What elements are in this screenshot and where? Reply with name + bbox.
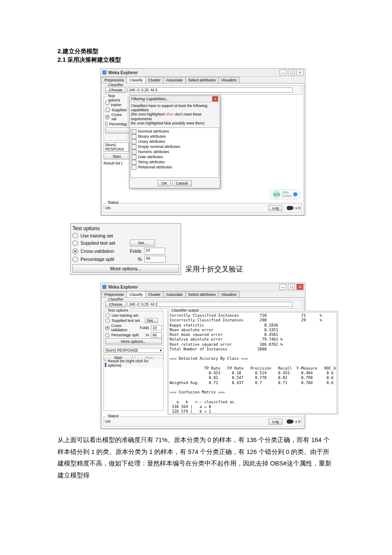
dialog-cancel[interactable]: Cancel [172,180,192,186]
max-button[interactable]: ☐ [288,69,295,75]
pct-input-2[interactable]: 66 [151,332,162,338]
chk-date[interactable] [132,155,136,159]
screenshot-test-options: Test options Use training set Supplied t… [70,223,181,275]
chk-numeric[interactable] [132,150,136,154]
tab-preprocess[interactable]: Preprocess [101,77,127,83]
dialog-list[interactable]: Nominal attributes Binary attributes Una… [130,127,219,178]
dialog-ok[interactable]: OK [158,180,171,186]
close-button-2[interactable]: ✕ [297,284,303,290]
log-button-2[interactable]: Log [268,419,282,425]
tab-bar: Preprocess Classify Cluster Associate Se… [101,77,305,83]
choose-button-2[interactable]: Choose [105,301,126,307]
chk-unary[interactable] [132,139,136,144]
tab-visualize[interactable]: Visualize [218,77,239,83]
tab-cluster[interactable]: Cluster [145,77,164,83]
tab-cluster-2[interactable]: Cluster [145,291,164,298]
set-button-2[interactable]: Set... [145,318,158,323]
classifier-group: Classifier Choose J48 -C 0.25 -M 2 [104,85,302,95]
chk-empty[interactable] [132,145,136,149]
heading-2-1: 2.1 采用决策树建立模型 [58,56,334,64]
tab-preprocess-2[interactable]: Preprocess [101,291,127,298]
class-combo-2[interactable]: (Nom) RESPONSE▾ [104,348,164,353]
status-group-2: Status OK Log x 0 [104,416,302,427]
screenshot-weka-2: Weka Explorer — ☐ ✕ Preprocess Classify … [100,283,306,429]
tab-visualize-2[interactable]: Visualize [218,291,239,298]
classifier-output[interactable]: Correctly Classified Instances 710 71 % … [168,312,337,413]
close-button[interactable]: ✕ [297,69,303,75]
heading-2: 2.建立分类模型 [58,48,334,55]
result-list-2: Result list (right-click for options) 20… [104,361,164,411]
log-button[interactable]: Log [268,205,282,211]
window-titlebar: Weka Explorer — ☐ ✕ [101,69,305,77]
more-options-2[interactable]: More options... [105,338,162,344]
test-options-group-2: Test options Use training set Supplied t… [104,311,164,346]
weka-bird-icon [287,206,294,210]
radio-supplied[interactable] [105,107,110,112]
chk-relational[interactable] [132,165,136,170]
result-list-label: Result list ( [104,161,128,165]
radio-pct-3[interactable] [105,333,110,338]
choose-button[interactable]: Choose [105,87,126,93]
chk-nominal[interactable] [132,129,136,134]
folds-input[interactable]: 10 [144,248,165,254]
pct-input[interactable]: 66 [144,256,166,263]
more-button[interactable] [105,127,131,133]
filtering-dialog: Filtering Capabilities... ✕ Classifiers … [129,95,220,188]
min-button-2[interactable]: — [280,284,286,290]
window-title-2: Weka Explorer [108,285,278,289]
widget-dot-icon [293,192,297,197]
classifier-string[interactable]: J48 -C 0.25 -M 2 [127,87,293,92]
radio-sup-3[interactable] [105,318,110,323]
classifier-string-2[interactable]: J48 -C 0.25 -M 2 [127,302,293,307]
radio-pct-2[interactable] [72,257,78,262]
status-widget: 38% 36% 0.04/s [270,189,300,199]
screenshot-weka-1: Weka Explorer — ☐ ✕ Preprocess Classify … [100,68,306,216]
status-group: Status OK Log x 0 [104,203,302,213]
window-title: Weka Explorer [108,70,278,75]
weka-icon [102,70,107,75]
dialog-title: Filtering Capabilities... [131,97,210,101]
weka-icon-2 [102,285,107,289]
min-button[interactable]: — [280,69,286,75]
set-button[interactable]: Set... [130,240,155,246]
dialog-close[interactable]: ✕ [212,96,218,101]
tab-select-attr-2[interactable]: Select attributes [185,291,219,298]
start-button[interactable]: Start [104,153,130,159]
radio-cross[interactable] [105,115,110,119]
cv-note: 采用十折交叉验证 [185,264,243,274]
classifier-output-group: Classifier output Correctly Classified I… [167,311,338,415]
max-button-2[interactable]: ☐ [288,284,295,290]
widget-pct: 38% [273,191,280,198]
test-options-title: Test options [72,225,179,231]
radio-pct[interactable] [105,121,107,126]
class-combo[interactable]: (Nom) RESPONS [104,142,129,152]
tab-associate-2[interactable]: Associate [163,291,186,298]
chk-binary[interactable] [132,134,136,139]
tab-associate[interactable]: Associate [163,77,186,83]
weka-bird-icon-2 [287,419,294,424]
chk-string[interactable] [132,160,136,165]
tab-select-attr[interactable]: Select attributes [185,77,219,83]
tab-classify-2[interactable]: Classify [127,291,146,298]
body-paragraph: 从上面可以看出模型的准确度只有 71%。原本分类为 0 的样本，有 136 个分… [58,434,334,481]
radio-cv-3[interactable] [105,326,110,330]
status-ok: OK [105,206,111,210]
more-options-button[interactable]: More options... [72,264,179,273]
radio-train-3[interactable] [105,313,110,318]
tab-classify[interactable]: Classify [127,77,146,83]
folds-input-2[interactable]: 10 [151,325,162,330]
test-options-group: Test options Use trainin Supplied Cross-… [104,96,128,141]
radio-train-2[interactable] [72,233,78,238]
radio-cv-2[interactable] [72,249,78,254]
radio-sup-2[interactable] [72,240,78,246]
